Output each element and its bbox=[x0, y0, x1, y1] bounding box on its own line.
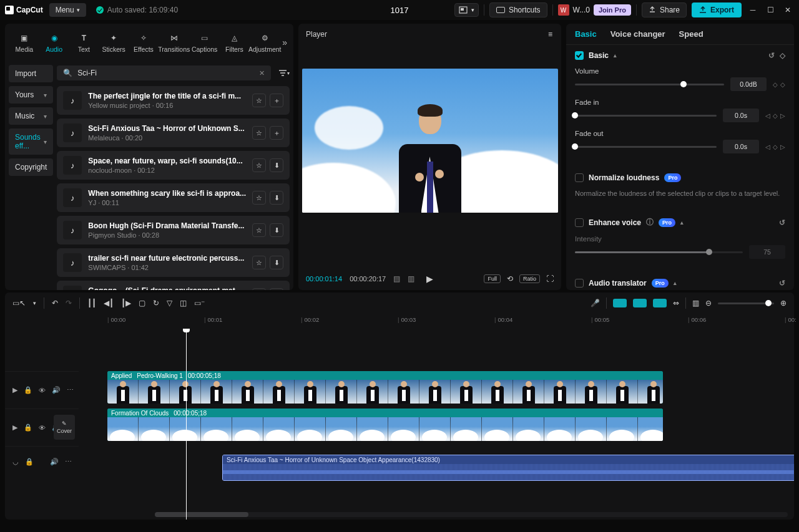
result-item[interactable]: ♪ When something scary like sci-fi is ap… bbox=[57, 183, 290, 212]
speaker-icon[interactable]: 🔊 bbox=[52, 386, 61, 394]
video-clip-1[interactable]: Applied Pedro-Walking 1 00:00:05;18 bbox=[107, 371, 663, 404]
result-item[interactable]: ♪ Space, near future, warp, sci-fi sound… bbox=[57, 151, 290, 180]
keyframe-icon[interactable]: ◇ bbox=[780, 51, 785, 60]
keyframe-reset-icon[interactable]: ◇ bbox=[780, 81, 785, 88]
full-button[interactable]: Full bbox=[484, 274, 501, 283]
search-input[interactable] bbox=[77, 69, 254, 77]
volume-value[interactable]: 0.0dB bbox=[730, 77, 767, 91]
add-button[interactable]: ＋ bbox=[270, 94, 283, 107]
share-button[interactable]: Share bbox=[642, 2, 687, 17]
align-icon[interactable]: ⇔ bbox=[673, 299, 679, 307]
tool-chevron-icon[interactable]: ▾ bbox=[33, 300, 36, 306]
enhance-header[interactable]: Enhance voice ⓘ Pro ▴ ↺ bbox=[575, 217, 785, 228]
sidebar-item-yours[interactable]: Yours▾ bbox=[9, 86, 53, 104]
play-button[interactable]: ▶ bbox=[426, 274, 433, 284]
grid-mode-icon[interactable]: ▥ bbox=[408, 274, 414, 283]
tab-captions[interactable]: ▭Captions bbox=[192, 32, 218, 53]
split-tool-icon[interactable]: ┃┃ bbox=[87, 299, 96, 307]
tab-media[interactable]: ▣Media bbox=[11, 32, 37, 53]
account-cluster[interactable]: W W...0 Join Pro bbox=[558, 4, 631, 16]
speaker-icon[interactable]: 🔊 bbox=[50, 458, 59, 466]
download-button[interactable]: ⬇ bbox=[270, 191, 283, 205]
help-icon[interactable]: ⓘ bbox=[646, 217, 654, 228]
keyframe-next-icon[interactable]: ▷ bbox=[780, 143, 785, 150]
delete-icon[interactable]: ▭⁻ bbox=[194, 299, 205, 307]
magnet-left-icon[interactable] bbox=[613, 299, 627, 307]
player-viewport[interactable] bbox=[298, 45, 561, 268]
undo-button[interactable]: ↶ bbox=[52, 299, 58, 307]
result-item[interactable]: ♪ Sci-Fi Anxious Taa ~ Horror of Unknown… bbox=[57, 118, 290, 147]
checkbox-off-icon[interactable] bbox=[575, 218, 584, 227]
checkbox-off-icon[interactable] bbox=[575, 279, 584, 288]
window-minimize-button[interactable]: ─ bbox=[747, 4, 759, 16]
horizontal-scrollbar[interactable] bbox=[155, 512, 788, 517]
keyframe-add-icon[interactable]: ◇ bbox=[773, 112, 778, 119]
result-item[interactable]: ♪ The perfect jingle for the title of a … bbox=[57, 86, 290, 115]
fadeout-value[interactable]: 0.0s bbox=[723, 140, 759, 153]
eye-icon[interactable]: 👁 bbox=[39, 387, 46, 394]
window-close-button[interactable]: ✕ bbox=[782, 4, 794, 16]
zoom-slider[interactable] bbox=[718, 302, 774, 304]
freeze-icon[interactable]: ◫ bbox=[180, 299, 187, 307]
fadeout-slider[interactable] bbox=[575, 146, 717, 148]
sidebar-item-music[interactable]: Music▾ bbox=[9, 107, 53, 125]
tab-voice-changer[interactable]: Voice changer bbox=[610, 29, 665, 39]
favorite-button[interactable]: ☆ bbox=[252, 288, 266, 290]
trim-left-icon[interactable]: ◀┃ bbox=[104, 299, 114, 307]
timeline-ruler[interactable]: 00:0000:0100:0200:0300:0400:0500:0600: bbox=[79, 314, 794, 329]
reset-icon[interactable]: ↺ bbox=[779, 279, 785, 288]
export-button[interactable]: Export bbox=[692, 2, 742, 17]
join-pro-button[interactable]: Join Pro bbox=[594, 4, 631, 16]
clear-search-button[interactable]: ✕ bbox=[259, 69, 265, 77]
result-item[interactable]: ♪ Boon Hugh (Sci-Fi Drama Material Trans… bbox=[57, 216, 290, 244]
crop-tool-icon[interactable]: ▢ bbox=[139, 299, 145, 307]
favorite-button[interactable]: ☆ bbox=[252, 158, 266, 172]
download-button[interactable]: ⬇ bbox=[270, 223, 283, 237]
zoom-in-button[interactable]: ⊕ bbox=[780, 299, 787, 307]
result-item[interactable]: ♪ trailer sci-fi near future electronic … bbox=[57, 248, 290, 277]
tab-transitions[interactable]: ⋈Transitions bbox=[160, 32, 188, 53]
playhead[interactable] bbox=[186, 329, 187, 520]
shortcuts-button[interactable]: Shortcuts bbox=[489, 2, 547, 17]
mirror-icon[interactable]: ▽ bbox=[167, 299, 172, 307]
magnet-center-icon[interactable] bbox=[633, 299, 647, 307]
audio-clip-1[interactable]: Sci-Fi Anxious Taa ~ Horror of Unknown S… bbox=[222, 455, 794, 481]
tab-stickers[interactable]: ✦Stickers bbox=[100, 32, 127, 53]
redo-button[interactable]: ↷ bbox=[66, 299, 72, 307]
favorite-button[interactable]: ☆ bbox=[252, 191, 266, 205]
fadein-value[interactable]: 0.0s bbox=[723, 109, 759, 122]
tab-basic[interactable]: Basic bbox=[575, 29, 597, 39]
tab-effects[interactable]: ✧Effects bbox=[130, 32, 157, 53]
tab-speed[interactable]: Speed bbox=[679, 29, 703, 39]
layout-icon[interactable]: ▥ bbox=[692, 299, 699, 307]
fullscreen-icon[interactable]: ⛶ bbox=[546, 274, 554, 283]
translator-header[interactable]: Audio translator Pro ▴ ↺ bbox=[575, 279, 785, 288]
more-icon[interactable]: ⋯ bbox=[65, 458, 72, 466]
download-button[interactable]: ⬇ bbox=[270, 158, 283, 172]
tab-text[interactable]: TText bbox=[71, 32, 97, 53]
aspect-ratio-button[interactable]: ▾ bbox=[454, 3, 479, 17]
keyframe-prev-icon[interactable]: ◁ bbox=[765, 143, 770, 150]
keyframe-add-icon[interactable]: ◇ bbox=[773, 81, 778, 88]
magnet-right-icon[interactable] bbox=[653, 299, 667, 307]
trim-right-icon[interactable]: ┃▶ bbox=[121, 299, 131, 307]
add-button[interactable]: ＋ bbox=[270, 126, 283, 140]
lock-icon[interactable]: 🔒 bbox=[24, 386, 32, 394]
section-basic-header[interactable]: Basic ▴ ↺ ◇ bbox=[575, 51, 785, 60]
tab-audio[interactable]: ◉Audio bbox=[41, 32, 67, 53]
list-mode-icon[interactable]: ▤ bbox=[393, 274, 400, 283]
filter-button[interactable]: ▾ bbox=[276, 65, 292, 81]
microphone-icon[interactable]: 🎤 bbox=[591, 299, 600, 307]
favorite-button[interactable]: ☆ bbox=[252, 223, 266, 237]
download-button[interactable]: ⬇ bbox=[270, 288, 283, 290]
reset-icon[interactable]: ↺ bbox=[779, 218, 785, 227]
sidebar-item-import[interactable]: Import bbox=[9, 65, 53, 82]
cover-button[interactable]: ✎ Cover bbox=[54, 415, 75, 440]
keyframe-add-icon[interactable]: ◇ bbox=[773, 143, 778, 150]
favorite-button[interactable]: ☆ bbox=[252, 94, 266, 107]
ratio-button[interactable]: Ratio bbox=[519, 274, 540, 283]
pointer-tool-icon[interactable]: ▭↖ bbox=[12, 299, 26, 307]
normalize-header[interactable]: Normalize loudness Pro bbox=[575, 173, 785, 182]
more-icon[interactable]: ⋯ bbox=[67, 386, 74, 394]
audio-track-icon[interactable]: ◡ bbox=[12, 458, 19, 466]
